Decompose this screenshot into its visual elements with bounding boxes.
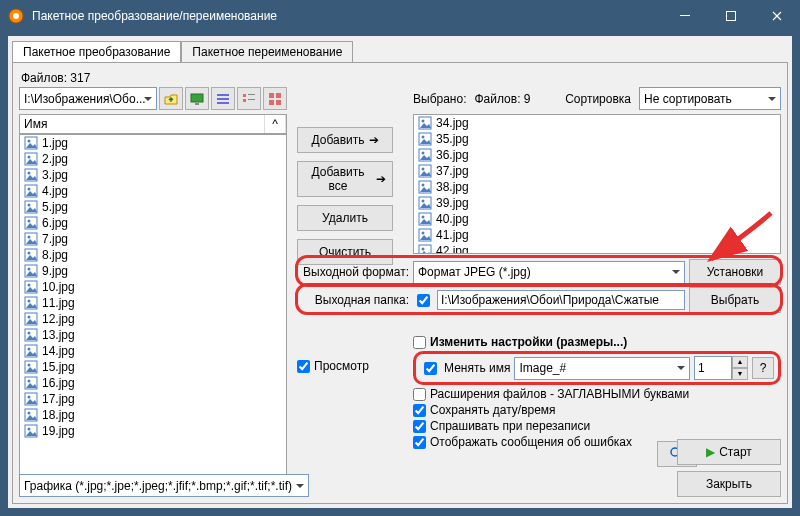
image-file-icon: [418, 132, 432, 146]
format-settings-button[interactable]: Установки: [689, 259, 781, 285]
svg-rect-14: [276, 93, 281, 98]
output-format-label: Выходной формат:: [297, 265, 409, 279]
image-file-icon: [24, 232, 38, 246]
list-item[interactable]: 12.jpg: [20, 311, 286, 327]
list-item[interactable]: 1.jpg: [20, 135, 286, 151]
image-file-icon: [24, 264, 38, 278]
svg-point-58: [422, 136, 425, 139]
rename-start-spinner[interactable]: ▲▼: [694, 356, 748, 380]
source-file-list[interactable]: 1.jpg2.jpg3.jpg4.jpg5.jpg6.jpg7.jpg8.jpg…: [19, 134, 287, 492]
spin-up[interactable]: ▲: [732, 356, 748, 368]
list-item[interactable]: 17.jpg: [20, 391, 286, 407]
list-item[interactable]: 38.jpg: [414, 179, 780, 195]
list-item[interactable]: 7.jpg: [20, 231, 286, 247]
ext-uppercase-checkbox[interactable]: [413, 388, 426, 401]
list-item[interactable]: 9.jpg: [20, 263, 286, 279]
add-all-button[interactable]: Добавить все➔: [297, 161, 393, 197]
file-filter-combo[interactable]: Графика (*.jpg;*.jpe;*.jpeg;*.jfif;*.bmp…: [19, 474, 309, 497]
desktop-button[interactable]: [185, 87, 209, 110]
svg-point-24: [28, 188, 31, 191]
list-item[interactable]: 3.jpg: [20, 167, 286, 183]
image-file-icon: [418, 180, 432, 194]
change-settings-checkbox[interactable]: [413, 336, 426, 349]
list-header[interactable]: Имя ^: [19, 114, 287, 134]
start-button[interactable]: ▶Старт: [677, 439, 781, 465]
svg-point-60: [422, 152, 425, 155]
list-item[interactable]: 2.jpg: [20, 151, 286, 167]
rename-start-input[interactable]: [694, 356, 732, 380]
image-file-icon: [24, 344, 38, 358]
keep-date-checkbox[interactable]: [413, 404, 426, 417]
maximize-button[interactable]: [708, 0, 754, 32]
files-count: Файлов: 317: [21, 71, 781, 85]
close-dialog-button[interactable]: Закрыть: [677, 471, 781, 497]
view-details-button[interactable]: [211, 87, 235, 110]
list-item[interactable]: 15.jpg: [20, 359, 286, 375]
arrow-right-icon: ➔: [376, 172, 386, 186]
highlight-rename: Менять имя Image_# ▲▼ ?: [413, 351, 781, 385]
view-list-button[interactable]: [237, 87, 261, 110]
preview-checkbox[interactable]: [297, 360, 310, 373]
list-item[interactable]: 14.jpg: [20, 343, 286, 359]
list-item[interactable]: 10.jpg: [20, 279, 286, 295]
spin-down[interactable]: ▼: [732, 368, 748, 380]
output-folder-input[interactable]: [437, 290, 685, 310]
show-errors-checkbox[interactable]: [413, 436, 426, 449]
image-file-icon: [418, 212, 432, 226]
image-file-icon: [418, 228, 432, 242]
image-file-icon: [24, 392, 38, 406]
rename-checkbox[interactable]: [424, 362, 437, 375]
path-combo[interactable]: I:\Изображения\Обо...: [19, 87, 157, 110]
remove-button[interactable]: Удалить: [297, 205, 393, 231]
list-item[interactable]: 5.jpg: [20, 199, 286, 215]
svg-point-32: [28, 252, 31, 255]
svg-point-56: [422, 120, 425, 123]
svg-rect-4: [191, 94, 203, 102]
image-file-icon: [418, 164, 432, 178]
svg-rect-2: [680, 15, 690, 16]
image-file-icon: [24, 168, 38, 182]
list-item[interactable]: 11.jpg: [20, 295, 286, 311]
ask-overwrite-checkbox[interactable]: [413, 420, 426, 433]
image-file-icon: [24, 280, 38, 294]
list-item[interactable]: 39.jpg: [414, 195, 780, 211]
svg-point-50: [28, 396, 31, 399]
svg-point-28: [28, 220, 31, 223]
minimize-button[interactable]: [662, 0, 708, 32]
selected-file-list[interactable]: 34.jpg35.jpg36.jpg37.jpg38.jpg39.jpg40.j…: [413, 114, 781, 254]
sort-combo[interactable]: Не сортировать: [639, 87, 781, 110]
list-item[interactable]: 16.jpg: [20, 375, 286, 391]
rename-help-button[interactable]: ?: [752, 357, 774, 379]
list-item[interactable]: 36.jpg: [414, 147, 780, 163]
list-item[interactable]: 34.jpg: [414, 115, 780, 131]
image-file-icon: [24, 200, 38, 214]
svg-rect-71: [419, 245, 431, 253]
svg-point-46: [28, 364, 31, 367]
svg-point-18: [28, 140, 31, 143]
output-format-combo[interactable]: Формат JPEG (*.jpg): [413, 261, 685, 284]
list-item[interactable]: 40.jpg: [414, 211, 780, 227]
svg-point-42: [28, 332, 31, 335]
tab-batch-convert[interactable]: Пакетное преобразование: [12, 41, 181, 62]
use-output-folder-checkbox[interactable]: [417, 294, 430, 307]
list-item[interactable]: 19.jpg: [20, 423, 286, 439]
list-item[interactable]: 35.jpg: [414, 131, 780, 147]
list-item[interactable]: 6.jpg: [20, 215, 286, 231]
up-folder-button[interactable]: [159, 87, 183, 110]
view-thumbnails-button[interactable]: [263, 87, 287, 110]
svg-rect-15: [269, 100, 274, 105]
close-button[interactable]: [754, 0, 800, 32]
image-file-icon: [24, 152, 38, 166]
tab-batch-rename[interactable]: Пакетное переименование: [181, 41, 353, 62]
svg-point-70: [422, 232, 425, 235]
list-item[interactable]: 8.jpg: [20, 247, 286, 263]
list-item[interactable]: 4.jpg: [20, 183, 286, 199]
list-item[interactable]: 13.jpg: [20, 327, 286, 343]
list-item[interactable]: 37.jpg: [414, 163, 780, 179]
rename-pattern-combo[interactable]: Image_#: [514, 357, 690, 380]
list-item[interactable]: 41.jpg: [414, 227, 780, 243]
list-item[interactable]: 18.jpg: [20, 407, 286, 423]
list-item[interactable]: 42.jpg: [414, 243, 780, 253]
browse-folder-button[interactable]: Выбрать: [689, 287, 781, 313]
add-button[interactable]: Добавить➔: [297, 127, 393, 153]
